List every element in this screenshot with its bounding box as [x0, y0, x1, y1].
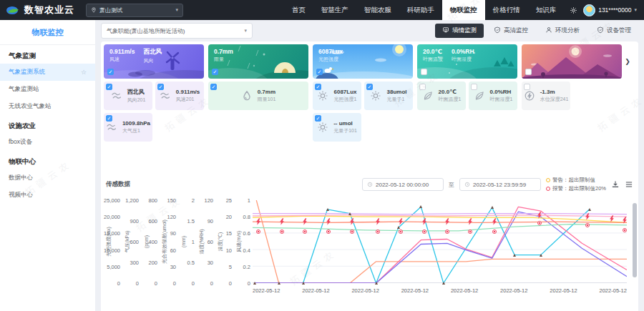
sensor-chip[interactable]: ✓38umol光量子1: [364, 82, 413, 110]
chip-value: 6087Lux: [333, 89, 356, 95]
sunset-mountains-illustration: [522, 44, 622, 79]
date-from-input[interactable]: 2022-05-12 00:00:00: [362, 178, 444, 191]
card-checkbox[interactable]: ✓: [212, 69, 218, 75]
toolbar-button[interactable]: 环境分析: [538, 24, 587, 38]
axis-tick: 0: [248, 280, 250, 287]
alarm-circle-marker: [256, 229, 260, 234]
sidebar-item[interactable]: fbox设备: [0, 134, 95, 151]
nav-item[interactable]: 物联监控: [442, 0, 485, 20]
sensor-chip[interactable]: ✓0.911m/s风速201: [155, 82, 204, 110]
card-checkbox[interactable]: ✓: [525, 69, 532, 75]
axis-tick: 60: [170, 247, 176, 253]
series-point: [253, 282, 256, 285]
device-select[interactable]: 气象职能(萧山基地所附近活动) ▾: [101, 23, 253, 39]
device-select-value: 气象职能(萧山基地所附近活动): [107, 27, 185, 35]
nav-item[interactable]: 价格行情: [485, 0, 528, 20]
date-from-value: 2022-05-12 00:00:00: [376, 182, 429, 188]
sensor-card-sun[interactable]: 6087Lux光照强度✓: [313, 44, 413, 79]
series-point: [326, 208, 329, 211]
alarm-bolt-icon: [350, 218, 355, 225]
main-nav: 首页智慧生产智能农服科研助手物联监控价格行情知识库: [284, 0, 565, 20]
sidebar-item[interactable]: 气象监测站: [0, 81, 95, 98]
sensor-chip[interactable]: ✓0.0%RH叶面湿度1: [469, 82, 517, 110]
chip-checkbox[interactable]: ✓: [366, 84, 373, 90]
chart-scrollbar[interactable]: [633, 203, 637, 277]
sidebar-item-label: fbox设备: [9, 138, 32, 147]
axis-tick: 30: [170, 263, 176, 270]
alarm-bolt-icon: [255, 218, 260, 225]
sensor-chip[interactable]: ✓-1.3m水位深度241: [522, 82, 570, 110]
toolbar-button[interactable]: 设备管理: [590, 24, 638, 38]
menu-icon[interactable]: [625, 180, 633, 189]
chip-checkbox[interactable]: ✓: [419, 84, 426, 90]
sensor-card-rain[interactable]: 0.7mm雨量✓: [208, 44, 308, 79]
toolbar-button[interactable]: 高清监控: [487, 24, 535, 38]
chip-label: 风向201: [127, 97, 146, 104]
chip-text: -1.3m水位深度241: [540, 89, 569, 103]
chart-plot-area: 2022-05-122022-05-122022-05-122022-05-12…: [253, 200, 635, 294]
legend-item: 警告：超出限制值: [546, 177, 606, 184]
alarm-bolt-icon: [376, 218, 381, 225]
sidebar-item[interactable]: 数据中心: [0, 169, 95, 187]
chip-checkbox[interactable]: ✓: [210, 84, 217, 90]
x-axis-label: 2022-05-12: [302, 287, 329, 294]
location-select[interactable]: 萧山测试 ▾: [86, 4, 183, 17]
alarm-circle-marker: [303, 229, 307, 234]
download-icon[interactable]: [611, 180, 620, 189]
card-checkbox[interactable]: ✓: [316, 69, 323, 75]
axis-tick: 15: [226, 230, 232, 237]
main-area: 气象职能(萧山基地所附近活动) ▾ 墒情监测高清监控环境分析设备管理 0.911…: [95, 20, 644, 311]
nav-item[interactable]: 智能农服: [356, 0, 399, 20]
sensor-chip[interactable]: ✓-- umol光量子101: [313, 113, 361, 142]
chip-checkbox[interactable]: ✓: [524, 84, 530, 90]
card-value: 0.0%RH叶面湿度: [452, 48, 474, 63]
sidebar-section-heading: 气象监测: [0, 45, 95, 64]
triangle-marker: [442, 282, 445, 285]
alarm-circle-marker: [326, 229, 331, 234]
sensor-chip[interactable]: ✓6087Lux光照强度1: [313, 82, 361, 110]
nav-item[interactable]: 知识库: [528, 0, 565, 20]
toolbar: 气象职能(萧山基地所附近活动) ▾ 墒情监测高清监控环境分析设备管理: [95, 20, 644, 41]
clock-icon: [367, 182, 373, 187]
date-to-input[interactable]: 2022-05-12 23:59:59: [459, 178, 541, 191]
sensor-card-leaf[interactable]: 20.0℃叶面温度0.0%RH叶面湿度✓: [417, 44, 517, 79]
sidebar-item[interactable]: 无线农业气象站: [0, 98, 95, 115]
sensor-chip[interactable]: ✓0.7mm雨量101: [208, 82, 308, 110]
sensor-chip[interactable]: ✓20.0℃叶面温度1: [417, 82, 466, 110]
carousel-next-button[interactable]: ❯: [622, 56, 633, 67]
axis-tick: 20,000: [104, 214, 120, 220]
card-checkbox[interactable]: ✓: [421, 69, 427, 75]
sensor-card-wind[interactable]: 0.911m/s风速西北风风向✓: [104, 44, 204, 79]
sensor-card-sunset[interactable]: ✓: [522, 44, 622, 79]
sensor-chip[interactable]: ✓西北风风向201: [104, 82, 152, 110]
chip-value: 20.0℃: [439, 89, 462, 95]
toolbar-button-label: 设备管理: [607, 26, 631, 35]
sidebar-section-heading: 物联中心: [0, 151, 95, 169]
series-point: [419, 205, 422, 208]
star-icon[interactable]: ☆: [81, 69, 87, 76]
chip-checkbox[interactable]: ✓: [157, 84, 164, 90]
user-menu[interactable]: 131****0000 ▾: [583, 4, 637, 16]
nav-item[interactable]: 首页: [284, 0, 313, 20]
sidebar-item[interactable]: 气象监测系统☆: [0, 64, 95, 81]
toolbar-button[interactable]: 墒情监测: [435, 24, 484, 38]
gear-icon[interactable]: [570, 6, 577, 14]
axis-tick: 900: [130, 218, 139, 224]
chip-value: -- umol: [333, 120, 357, 127]
axis-tick: 10: [226, 247, 232, 253]
chip-checkbox[interactable]: ✓: [315, 84, 321, 90]
axis-tick: 10,000: [104, 247, 120, 253]
chip-text: 6087Lux光照强度1: [333, 89, 356, 103]
nav-item[interactable]: 科研助手: [399, 0, 442, 20]
chip-text: 20.0℃叶面温度1: [439, 89, 462, 103]
chip-checkbox[interactable]: ✓: [106, 115, 112, 122]
card-checkbox[interactable]: ✓: [107, 69, 114, 75]
nav-item[interactable]: 智慧生产: [313, 0, 356, 20]
chip-checkbox[interactable]: ✓: [315, 115, 321, 122]
chip-checkbox[interactable]: ✓: [106, 84, 112, 90]
chip-checkbox[interactable]: ✓: [471, 84, 477, 90]
sidebar-item[interactable]: 视频中心: [0, 187, 95, 204]
alarm-bolt-icon: [444, 218, 449, 225]
sensor-chip[interactable]: ✓1009.8hPa大气压1: [104, 113, 152, 142]
legend-dot: [546, 187, 550, 191]
